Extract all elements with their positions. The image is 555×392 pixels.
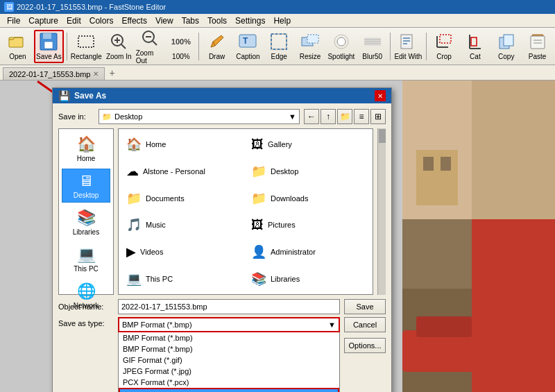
menu-edit[interactable]: Edit [62,15,85,27]
crop-button[interactable]: Crop [429,30,459,63]
tab-1[interactable]: 2022-01-17_15553.bmp ✕ [3,67,105,80]
cat-button[interactable]: Cat [460,30,490,63]
tab-1-close[interactable]: ✕ [93,70,99,78]
file-alstone[interactable]: ☁ Alstone - Personal [121,159,245,185]
view-details-button[interactable]: ⊞ [370,109,386,124]
open-label: Open [9,53,26,60]
menu-effects[interactable]: Effects [117,15,151,27]
save-button[interactable]: Save [344,299,386,314]
edge-button[interactable]: Edge [264,30,294,63]
type-option-bmp1[interactable]: BMP Format (*.bmp) [119,332,339,343]
view-menu-button[interactable]: ≡ [354,109,369,124]
zoom-out-button[interactable]: Zoom Out [135,30,165,63]
home-nav-icon: 🏠 [77,135,96,153]
zoom-in-button[interactable]: Zoom In [104,30,134,63]
100percent-icon: 100% [171,32,191,51]
background-image [402,80,555,392]
tab-bar: 2022-01-17_15553.bmp ✕ + [0,65,555,80]
svg-rect-44 [423,157,434,171]
menu-colors[interactable]: Colors [85,15,118,27]
menu-file[interactable]: File [3,15,24,27]
save-in-dropdown[interactable]: 📁 Desktop ▼ [99,109,300,124]
tab-add-button[interactable]: + [105,66,119,80]
toolbar: Open Save As Rectangle Zoom In Zoom Out … [0,28,555,65]
draw-label: Draw [209,53,225,60]
blur50-button[interactable]: Blur50 [357,30,387,63]
scrollbar[interactable] [377,128,386,295]
dialog-icon: 💾 [58,90,70,101]
edit-with-button[interactable]: Edit With [393,30,423,63]
file-gallery-label: Gallery [268,140,292,148]
svg-rect-31 [440,35,451,43]
copy-label: Copy [498,53,514,60]
svg-rect-2 [43,33,51,39]
open-button[interactable]: Open [3,30,33,63]
file-downloads[interactable]: 📁 Downloads [246,185,370,211]
file-desktop-icon: 📁 [251,164,266,179]
dialog-title: Save As [74,91,106,101]
new-folder-button[interactable]: 📁 [337,109,352,124]
caption-button[interactable]: T Caption [233,30,263,63]
separator-1 [67,33,67,60]
menu-tools[interactable]: Tools [203,15,231,27]
file-documents[interactable]: 📁 Documents [121,185,245,211]
copy-icon [497,32,516,51]
spotlight-button[interactable]: Spotlight [326,30,356,63]
type-option-gif[interactable]: GIF Format (*.gif) [119,355,339,366]
right-buttons: Save [344,299,386,314]
cancel-button[interactable]: Cancel [344,317,386,332]
nav-libraries-label: Libraries [73,228,99,236]
file-videos[interactable]: ▶ Videos [121,239,245,265]
options-button[interactable]: Options... [344,338,386,353]
save-as-button[interactable]: Save As [34,30,64,63]
save-as-dialog: 💾 Save As ✕ Save in: 📁 Desktop ▼ ← ↑ 📁 [52,87,392,392]
menu-view[interactable]: View [151,15,178,27]
menu-tabs[interactable]: Tabs [178,15,203,27]
type-option-png[interactable]: PNG Format (*.png) [119,388,339,392]
nav-home-label: Home [77,155,96,162]
file-music[interactable]: 🎵 Music [121,212,245,238]
file-home-label: Home [146,140,166,148]
file-pictures[interactable]: 🖼 Pictures [246,212,370,238]
svg-line-8 [121,44,126,49]
copy-button[interactable]: Copy [491,30,521,63]
scroll-thumb[interactable] [379,129,386,143]
separator-3 [390,33,391,60]
menu-settings[interactable]: Settings [231,15,269,27]
dialog-close-button[interactable]: ✕ [375,90,386,101]
file-documents-label: Documents [146,194,185,203]
file-home[interactable]: 🏠 Home [121,132,245,157]
file-gallery[interactable]: 🖼 Gallery [246,132,370,157]
menu-bar: File Capture Edit Colors Effects View Ta… [0,14,555,28]
file-desktop[interactable]: 📁 Desktop [246,159,370,185]
save-type-dropdown[interactable]: BMP Format (*.bmp) ▼ [118,317,340,332]
menu-capture[interactable]: Capture [24,15,62,27]
caption-icon: T [238,32,257,51]
crop-icon [434,32,454,51]
file-this-pc[interactable]: 💻 This PC [121,266,245,291]
dropdown-arrow-icon: ▼ [289,112,296,121]
cat-label: Cat [470,53,481,60]
object-name-input[interactable] [118,299,340,314]
rectangle-button[interactable]: Rectangle [70,30,103,63]
nav-home[interactable]: 🏠 Home [62,132,110,166]
nav-up-button[interactable]: ↑ [321,109,336,124]
save-type-arrow-icon: ▼ [328,321,336,329]
resize-button[interactable]: Resize [296,30,325,63]
save-type-area: BMP Format (*.bmp) ▼ BMP Format (*.bmp) … [118,317,340,392]
paste-label: Paste [529,53,547,60]
file-documents-icon: 📁 [126,191,142,206]
nav-back-button[interactable]: ← [304,109,319,124]
paste-button[interactable]: Paste [522,30,552,63]
nav-this-pc[interactable]: 💻 This PC [62,242,110,276]
file-administrator[interactable]: 👤 Administrator [246,239,370,265]
type-option-jpeg[interactable]: JPEG Format (*.jpg) [119,366,339,377]
nav-libraries[interactable]: 📚 Libraries [62,205,110,239]
menu-help[interactable]: Help [269,15,295,27]
type-option-pcx[interactable]: PCX Format (*.pcx) [119,377,339,388]
file-libraries[interactable]: 📚 Libraries [246,266,370,291]
nav-desktop[interactable]: 🖥 Desktop [62,169,110,203]
type-option-bmp2[interactable]: BMP Format (*.bmp) [119,343,339,355]
100percent-button[interactable]: 100% 100% [166,30,196,63]
draw-button[interactable]: Draw [202,30,232,63]
